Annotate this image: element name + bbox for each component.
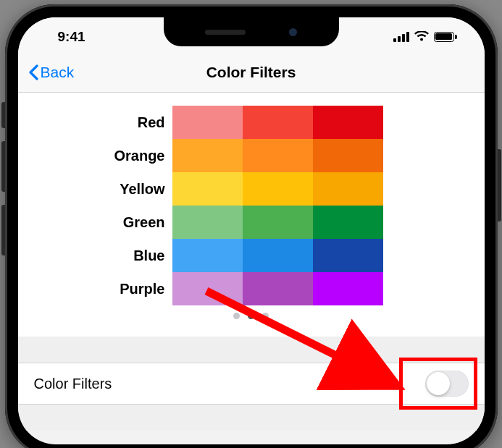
- back-label: Back: [41, 64, 75, 81]
- wifi-icon: [414, 31, 429, 42]
- status-right: [393, 31, 457, 42]
- color-row: Red: [18, 106, 485, 139]
- color-swatch: [172, 206, 243, 239]
- page-dot[interactable]: [233, 313, 240, 319]
- swatch-group: [172, 139, 383, 172]
- color-row: Blue: [18, 239, 485, 272]
- color-swatch: [243, 139, 313, 172]
- phone-frame: 9:41 Back Color Filters RedOrangeYellowG…: [5, 4, 498, 448]
- color-swatch: [313, 139, 383, 172]
- section-gap: [18, 337, 485, 363]
- status-time: 9:41: [58, 29, 85, 45]
- side-button-right: [498, 149, 501, 221]
- section-gap-bottom: [18, 405, 485, 431]
- front-camera: [289, 28, 297, 36]
- back-button[interactable]: Back: [28, 64, 75, 81]
- page-dot[interactable]: [248, 313, 254, 319]
- color-label: Purple: [28, 281, 172, 297]
- screen: 9:41 Back Color Filters RedOrangeYellowG…: [18, 17, 485, 444]
- color-label: Green: [28, 214, 172, 231]
- page-indicator[interactable]: [18, 305, 485, 321]
- swatch-group: [172, 272, 383, 305]
- color-preview-panel[interactable]: RedOrangeYellowGreenBluePurple: [18, 93, 485, 337]
- color-swatch: [243, 106, 313, 139]
- page-dot[interactable]: [262, 313, 269, 319]
- swatch-group: [172, 206, 383, 239]
- switch-knob: [427, 372, 450, 395]
- color-row: Purple: [18, 272, 485, 305]
- color-label: Blue: [28, 248, 172, 264]
- toggle-label: Color Filters: [34, 376, 112, 392]
- color-label: Red: [28, 114, 172, 131]
- color-swatch: [172, 139, 243, 172]
- color-row: Yellow: [18, 172, 485, 206]
- notch: [164, 17, 339, 46]
- color-swatch: [313, 272, 383, 305]
- page-title: Color Filters: [206, 64, 296, 81]
- color-swatch: [243, 172, 313, 206]
- nav-bar: Back Color Filters: [18, 52, 485, 93]
- color-swatch: [313, 106, 383, 139]
- color-swatch: [172, 239, 243, 272]
- color-row: Green: [18, 206, 485, 239]
- color-row: Orange: [18, 139, 485, 172]
- color-swatch: [172, 106, 243, 139]
- color-swatch: [313, 239, 383, 272]
- color-swatch: [172, 272, 243, 305]
- cellular-signal-icon: [393, 32, 409, 42]
- color-filters-switch[interactable]: [425, 371, 469, 397]
- swatch-group: [172, 239, 383, 272]
- color-swatch: [313, 172, 383, 206]
- swatch-group: [172, 106, 383, 139]
- speaker-grille: [205, 30, 246, 35]
- color-swatch: [243, 206, 313, 239]
- color-swatch: [243, 272, 313, 305]
- color-label: Yellow: [28, 181, 172, 198]
- side-buttons-left: [1, 102, 5, 255]
- chevron-left-icon: [28, 64, 38, 80]
- color-label: Orange: [28, 148, 172, 164]
- color-swatch: [313, 206, 383, 239]
- battery-icon: [434, 32, 457, 42]
- color-swatch: [172, 172, 243, 206]
- color-filters-toggle-row[interactable]: Color Filters: [18, 363, 485, 405]
- swatch-group: [172, 172, 383, 206]
- color-swatch: [243, 239, 313, 272]
